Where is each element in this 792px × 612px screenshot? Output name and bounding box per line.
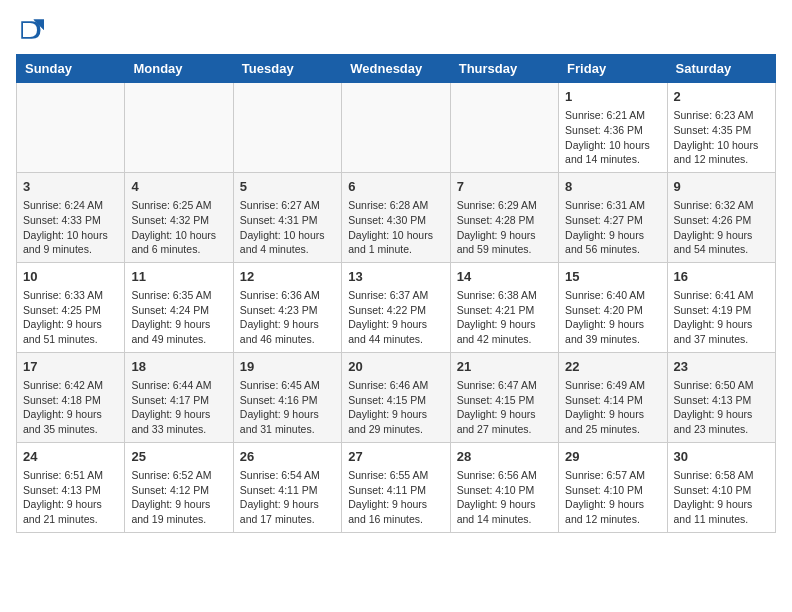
calendar-cell: 15Sunrise: 6:40 AM Sunset: 4:20 PM Dayli… <box>559 262 667 352</box>
day-info: Sunrise: 6:54 AM Sunset: 4:11 PM Dayligh… <box>240 468 335 527</box>
day-number: 29 <box>565 448 660 466</box>
calendar-week-3: 10Sunrise: 6:33 AM Sunset: 4:25 PM Dayli… <box>17 262 776 352</box>
day-info: Sunrise: 6:24 AM Sunset: 4:33 PM Dayligh… <box>23 198 118 257</box>
calendar-week-5: 24Sunrise: 6:51 AM Sunset: 4:13 PM Dayli… <box>17 442 776 532</box>
day-info: Sunrise: 6:46 AM Sunset: 4:15 PM Dayligh… <box>348 378 443 437</box>
calendar-cell: 29Sunrise: 6:57 AM Sunset: 4:10 PM Dayli… <box>559 442 667 532</box>
header-saturday: Saturday <box>667 55 775 83</box>
day-number: 6 <box>348 178 443 196</box>
calendar-cell: 11Sunrise: 6:35 AM Sunset: 4:24 PM Dayli… <box>125 262 233 352</box>
calendar-cell: 14Sunrise: 6:38 AM Sunset: 4:21 PM Dayli… <box>450 262 558 352</box>
day-info: Sunrise: 6:29 AM Sunset: 4:28 PM Dayligh… <box>457 198 552 257</box>
calendar-cell: 30Sunrise: 6:58 AM Sunset: 4:10 PM Dayli… <box>667 442 775 532</box>
calendar-cell: 3Sunrise: 6:24 AM Sunset: 4:33 PM Daylig… <box>17 172 125 262</box>
day-info: Sunrise: 6:47 AM Sunset: 4:15 PM Dayligh… <box>457 378 552 437</box>
day-info: Sunrise: 6:25 AM Sunset: 4:32 PM Dayligh… <box>131 198 226 257</box>
page-header <box>16 16 776 44</box>
day-number: 23 <box>674 358 769 376</box>
calendar-cell: 1Sunrise: 6:21 AM Sunset: 4:36 PM Daylig… <box>559 83 667 173</box>
day-number: 30 <box>674 448 769 466</box>
calendar-cell: 20Sunrise: 6:46 AM Sunset: 4:15 PM Dayli… <box>342 352 450 442</box>
calendar-cell <box>450 83 558 173</box>
day-number: 17 <box>23 358 118 376</box>
header-monday: Monday <box>125 55 233 83</box>
day-number: 16 <box>674 268 769 286</box>
day-number: 8 <box>565 178 660 196</box>
day-number: 1 <box>565 88 660 106</box>
day-info: Sunrise: 6:52 AM Sunset: 4:12 PM Dayligh… <box>131 468 226 527</box>
day-number: 20 <box>348 358 443 376</box>
day-info: Sunrise: 6:21 AM Sunset: 4:36 PM Dayligh… <box>565 108 660 167</box>
calendar-cell <box>342 83 450 173</box>
calendar-cell: 4Sunrise: 6:25 AM Sunset: 4:32 PM Daylig… <box>125 172 233 262</box>
day-number: 13 <box>348 268 443 286</box>
header-thursday: Thursday <box>450 55 558 83</box>
day-number: 15 <box>565 268 660 286</box>
day-number: 25 <box>131 448 226 466</box>
day-info: Sunrise: 6:50 AM Sunset: 4:13 PM Dayligh… <box>674 378 769 437</box>
day-number: 24 <box>23 448 118 466</box>
day-info: Sunrise: 6:49 AM Sunset: 4:14 PM Dayligh… <box>565 378 660 437</box>
day-info: Sunrise: 6:33 AM Sunset: 4:25 PM Dayligh… <box>23 288 118 347</box>
day-number: 19 <box>240 358 335 376</box>
calendar-cell: 16Sunrise: 6:41 AM Sunset: 4:19 PM Dayli… <box>667 262 775 352</box>
calendar-cell: 19Sunrise: 6:45 AM Sunset: 4:16 PM Dayli… <box>233 352 341 442</box>
calendar-cell: 26Sunrise: 6:54 AM Sunset: 4:11 PM Dayli… <box>233 442 341 532</box>
day-number: 10 <box>23 268 118 286</box>
day-number: 27 <box>348 448 443 466</box>
day-number: 18 <box>131 358 226 376</box>
day-number: 14 <box>457 268 552 286</box>
day-number: 3 <box>23 178 118 196</box>
day-info: Sunrise: 6:56 AM Sunset: 4:10 PM Dayligh… <box>457 468 552 527</box>
day-number: 28 <box>457 448 552 466</box>
calendar-week-1: 1Sunrise: 6:21 AM Sunset: 4:36 PM Daylig… <box>17 83 776 173</box>
day-number: 11 <box>131 268 226 286</box>
day-info: Sunrise: 6:28 AM Sunset: 4:30 PM Dayligh… <box>348 198 443 257</box>
day-info: Sunrise: 6:32 AM Sunset: 4:26 PM Dayligh… <box>674 198 769 257</box>
calendar-cell: 28Sunrise: 6:56 AM Sunset: 4:10 PM Dayli… <box>450 442 558 532</box>
day-info: Sunrise: 6:40 AM Sunset: 4:20 PM Dayligh… <box>565 288 660 347</box>
calendar-header-row: SundayMondayTuesdayWednesdayThursdayFrid… <box>17 55 776 83</box>
day-info: Sunrise: 6:42 AM Sunset: 4:18 PM Dayligh… <box>23 378 118 437</box>
day-info: Sunrise: 6:38 AM Sunset: 4:21 PM Dayligh… <box>457 288 552 347</box>
day-info: Sunrise: 6:57 AM Sunset: 4:10 PM Dayligh… <box>565 468 660 527</box>
day-number: 4 <box>131 178 226 196</box>
day-info: Sunrise: 6:41 AM Sunset: 4:19 PM Dayligh… <box>674 288 769 347</box>
day-number: 5 <box>240 178 335 196</box>
calendar-cell: 10Sunrise: 6:33 AM Sunset: 4:25 PM Dayli… <box>17 262 125 352</box>
calendar-cell: 21Sunrise: 6:47 AM Sunset: 4:15 PM Dayli… <box>450 352 558 442</box>
day-info: Sunrise: 6:45 AM Sunset: 4:16 PM Dayligh… <box>240 378 335 437</box>
day-number: 22 <box>565 358 660 376</box>
day-info: Sunrise: 6:37 AM Sunset: 4:22 PM Dayligh… <box>348 288 443 347</box>
day-info: Sunrise: 6:35 AM Sunset: 4:24 PM Dayligh… <box>131 288 226 347</box>
day-number: 2 <box>674 88 769 106</box>
calendar-cell: 17Sunrise: 6:42 AM Sunset: 4:18 PM Dayli… <box>17 352 125 442</box>
calendar-cell: 22Sunrise: 6:49 AM Sunset: 4:14 PM Dayli… <box>559 352 667 442</box>
calendar-cell <box>125 83 233 173</box>
calendar-week-4: 17Sunrise: 6:42 AM Sunset: 4:18 PM Dayli… <box>17 352 776 442</box>
day-info: Sunrise: 6:51 AM Sunset: 4:13 PM Dayligh… <box>23 468 118 527</box>
calendar-cell: 27Sunrise: 6:55 AM Sunset: 4:11 PM Dayli… <box>342 442 450 532</box>
header-tuesday: Tuesday <box>233 55 341 83</box>
day-info: Sunrise: 6:36 AM Sunset: 4:23 PM Dayligh… <box>240 288 335 347</box>
calendar-cell: 7Sunrise: 6:29 AM Sunset: 4:28 PM Daylig… <box>450 172 558 262</box>
day-info: Sunrise: 6:44 AM Sunset: 4:17 PM Dayligh… <box>131 378 226 437</box>
day-info: Sunrise: 6:27 AM Sunset: 4:31 PM Dayligh… <box>240 198 335 257</box>
day-number: 7 <box>457 178 552 196</box>
logo <box>16 16 48 44</box>
calendar-cell: 2Sunrise: 6:23 AM Sunset: 4:35 PM Daylig… <box>667 83 775 173</box>
day-info: Sunrise: 6:23 AM Sunset: 4:35 PM Dayligh… <box>674 108 769 167</box>
day-number: 12 <box>240 268 335 286</box>
header-wednesday: Wednesday <box>342 55 450 83</box>
calendar-cell: 8Sunrise: 6:31 AM Sunset: 4:27 PM Daylig… <box>559 172 667 262</box>
day-number: 9 <box>674 178 769 196</box>
calendar-cell: 23Sunrise: 6:50 AM Sunset: 4:13 PM Dayli… <box>667 352 775 442</box>
calendar-cell: 9Sunrise: 6:32 AM Sunset: 4:26 PM Daylig… <box>667 172 775 262</box>
calendar-cell: 18Sunrise: 6:44 AM Sunset: 4:17 PM Dayli… <box>125 352 233 442</box>
calendar-table: SundayMondayTuesdayWednesdayThursdayFrid… <box>16 54 776 533</box>
header-sunday: Sunday <box>17 55 125 83</box>
day-info: Sunrise: 6:58 AM Sunset: 4:10 PM Dayligh… <box>674 468 769 527</box>
calendar-week-2: 3Sunrise: 6:24 AM Sunset: 4:33 PM Daylig… <box>17 172 776 262</box>
calendar-cell <box>17 83 125 173</box>
day-info: Sunrise: 6:55 AM Sunset: 4:11 PM Dayligh… <box>348 468 443 527</box>
